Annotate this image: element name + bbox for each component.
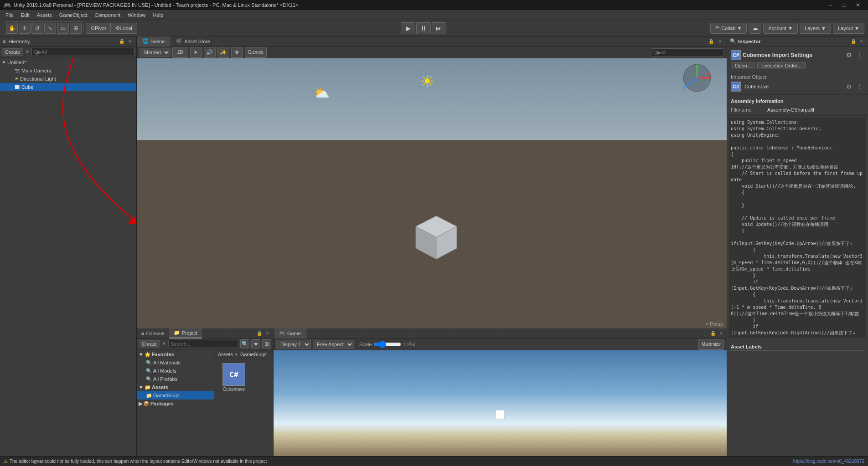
all-prefabs-icon: 🔍 xyxy=(146,376,152,382)
cp-menu-icon[interactable]: ≡ xyxy=(264,330,271,337)
menu-help[interactable]: Help xyxy=(149,11,167,19)
menu-assets[interactable]: Assets xyxy=(33,11,56,19)
inspector-dots-icon[interactable]: ⋮ xyxy=(855,51,864,60)
svg-text:Y: Y xyxy=(698,62,702,67)
console-tab[interactable]: ≡ Console xyxy=(137,328,169,338)
import-icon: C# xyxy=(731,50,741,60)
display-select[interactable]: Display 1 xyxy=(276,340,311,349)
menu-edit[interactable]: Edit xyxy=(17,11,33,19)
all-materials-label: All Materials xyxy=(153,360,181,365)
tree-favorites[interactable]: ▼ ⭐ Favorites xyxy=(137,350,214,358)
rotate-tool[interactable]: ↺ xyxy=(31,23,43,34)
tree-all-prefabs[interactable]: 🔍 All Prefabs xyxy=(137,375,214,383)
scene-menu-icon[interactable]: ≡ xyxy=(717,38,724,45)
hierarchy-item-untitled[interactable]: ▼ Untitled* xyxy=(0,58,136,67)
scene-audio-icon[interactable]: 🔊 xyxy=(204,47,216,58)
scene-lock-icon[interactable]: 🔒 xyxy=(708,38,715,45)
cubemove-name: Cubemove xyxy=(744,84,769,89)
play-button[interactable]: ▶ xyxy=(401,22,415,34)
tree-assets[interactable]: ▼ 📁 Assets xyxy=(137,383,214,391)
hierarchy-item-maincamera[interactable]: 📷 Main Camera xyxy=(0,67,136,75)
pivot-icon: ⊙ xyxy=(91,25,95,31)
inspector-lock-icon[interactable]: 🔒 xyxy=(850,38,857,45)
scene-effects-icon[interactable]: ✨ xyxy=(217,47,229,58)
hierarchy-item-cube[interactable]: ⬜ Cube xyxy=(0,83,136,91)
hierarchy-item-directionallight[interactable]: ☀ Directional Light xyxy=(0,75,136,83)
pivot-button[interactable]: ⊙ Pivot xyxy=(86,23,111,34)
tree-gamescript[interactable]: 📁 GameScript xyxy=(137,391,214,399)
cloud-button[interactable]: ☁ xyxy=(749,23,761,34)
execution-order-button[interactable]: Execution Order... xyxy=(757,62,806,69)
tree-all-materials[interactable]: 🔍 All Materials xyxy=(137,358,214,367)
assets-breadcrumb: Assets ▶ GameScript xyxy=(214,349,273,359)
step-button[interactable]: ⏭ xyxy=(432,22,446,34)
cubemove-gear-icon[interactable]: ⚙ xyxy=(844,82,853,91)
menu-gameobject[interactable]: GameObject xyxy=(56,11,91,19)
scale-slider[interactable] xyxy=(374,341,401,348)
play-controls: ▶ ⏸ ⏭ xyxy=(401,22,446,34)
layers-button[interactable]: Layers ▼ xyxy=(800,23,831,34)
project-search-input[interactable] xyxy=(168,340,238,348)
game-lock-icon[interactable]: 🔒 xyxy=(709,330,717,337)
scale-tool[interactable]: ⤡ xyxy=(44,23,56,34)
tree-all-models[interactable]: 🔍 All Models xyxy=(137,367,214,375)
close-button[interactable]: ✕ xyxy=(852,1,864,9)
scene-search-input[interactable] xyxy=(651,48,724,56)
breadcrumb-sep: ▶ xyxy=(235,351,238,357)
rect-tool[interactable]: ▭ xyxy=(57,23,69,34)
transform-tool[interactable]: ⊞ xyxy=(70,23,82,34)
cubemove-dots-icon[interactable]: ⋮ xyxy=(855,82,864,91)
scene-light-icon[interactable]: ☀ xyxy=(190,47,202,58)
project-tab[interactable]: 📁 Project xyxy=(169,328,202,338)
local-button[interactable]: ⊘ Local xyxy=(111,23,137,34)
scene-hidden-icon[interactable]: 👁 xyxy=(231,47,243,58)
cp-lock-icon[interactable]: 🔒 xyxy=(256,330,263,337)
project-create-button[interactable]: Create xyxy=(139,340,160,348)
collab-icon: ⟳ xyxy=(715,25,719,31)
asset-cubemove[interactable]: C# Cubemove xyxy=(218,363,250,392)
menu-component[interactable]: Component xyxy=(91,11,124,19)
game-menu-icon[interactable]: ≡ xyxy=(718,330,725,337)
account-button[interactable]: Account ▼ xyxy=(763,23,798,34)
inspector-menu-icon[interactable]: ≡ xyxy=(858,38,865,45)
shading-select[interactable]: Shaded xyxy=(140,48,170,57)
hand-tool[interactable]: ✋ xyxy=(6,23,18,34)
hierarchy-menu-icon[interactable]: ≡ xyxy=(126,38,134,45)
project-options-icon[interactable]: ⊞ xyxy=(262,339,271,348)
aspect-select[interactable]: Free Aspect xyxy=(313,340,354,349)
open-button[interactable]: Open... xyxy=(731,62,755,69)
asset-store-tab[interactable]: 🛒 Asset Store xyxy=(170,36,216,46)
game-tab[interactable]: 🎮 Game xyxy=(274,328,307,338)
maximize-button[interactable]: □ xyxy=(838,1,851,9)
project-search-icon[interactable]: 🔍 xyxy=(240,339,249,348)
project-star-icon[interactable]: ★ xyxy=(251,339,260,348)
scene-view-canvas[interactable]: ☀ ⛅ xyxy=(137,58,727,328)
scene-tabs: 🌐 Scene 🛒 Asset Store 🔒 ≡ xyxy=(137,36,727,46)
minimize-button[interactable]: ─ xyxy=(824,1,837,9)
asset-store-icon: 🛒 xyxy=(176,38,182,44)
move-tool[interactable]: ✛ xyxy=(19,23,31,34)
pause-button[interactable]: ⏸ xyxy=(416,22,431,34)
menu-file[interactable]: File xyxy=(2,11,17,19)
hierarchy-lock-icon[interactable]: 🔒 xyxy=(118,38,125,45)
collab-button[interactable]: ⟳ Collab ▼ xyxy=(710,23,747,34)
hierarchy-search-input[interactable] xyxy=(31,48,134,56)
filename-label: Filename xyxy=(731,107,767,113)
maximize-button[interactable]: Maximize xyxy=(698,339,724,350)
hierarchy-panel-icons: 🔒 ≡ xyxy=(118,38,134,45)
assembly-info-section: Assembly Information Filename Assembly-C… xyxy=(727,95,868,116)
toolbar-right: ⟳ Collab ▼ ☁ Account ▼ Layers ▼ Layout ▼ xyxy=(710,23,864,34)
inspector-gear-icon[interactable]: ⚙ xyxy=(844,51,853,60)
gamescript-icon: 📁 xyxy=(146,393,152,399)
directionallight-label: Directional Light xyxy=(20,76,56,82)
2d-button[interactable]: 2D xyxy=(172,47,188,58)
game-view-panel: 🎮 Game 🔒 ≡ Display 1 Free Aspect xyxy=(274,328,727,456)
game-view-canvas[interactable] xyxy=(274,350,727,456)
layout-button[interactable]: Layout ▼ xyxy=(833,23,864,34)
menu-window[interactable]: Window xyxy=(124,11,149,19)
scene-tab[interactable]: 🌐 Scene xyxy=(137,36,170,46)
tree-packages[interactable]: ▶ 📦 Packages xyxy=(137,399,214,408)
gizmos-button[interactable]: Gizmos xyxy=(245,47,267,58)
hierarchy-create-button[interactable]: Create xyxy=(2,48,23,56)
toolbar: ✋ ✛ ↺ ⤡ ▭ ⊞ ⊙ Pivot ⊘ Local ▶ ⏸ ⏭ ⟳ Coll… xyxy=(0,20,868,36)
